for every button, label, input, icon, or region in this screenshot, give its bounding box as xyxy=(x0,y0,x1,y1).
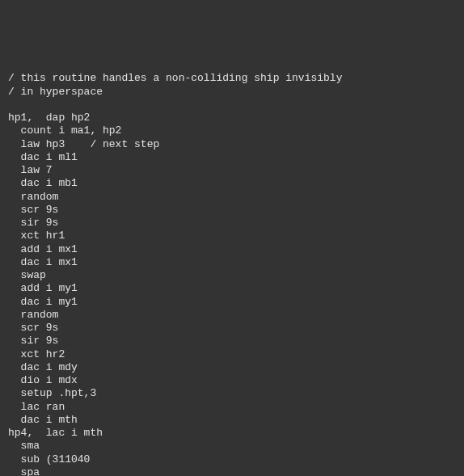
code-line: add i my1 xyxy=(8,282,78,294)
code-line: lac ran xyxy=(8,401,65,413)
code-line: random xyxy=(8,191,58,203)
code-line: dac i ml1 xyxy=(8,151,78,163)
code-line: setup .hpt,3 xyxy=(8,387,96,399)
code-line: sir 9s xyxy=(8,335,58,347)
code-block: / this routine handles a non-colliding s… xyxy=(8,59,456,476)
code-line: sma xyxy=(8,440,40,452)
code-line: dac i mx1 xyxy=(8,256,78,268)
code-line: swap xyxy=(8,269,46,281)
code-line: dac i mdy xyxy=(8,361,78,373)
code-line: xct hr1 xyxy=(8,230,65,242)
code-line: dac i mth xyxy=(8,414,78,426)
code-line: dio i mdx xyxy=(8,374,78,386)
code-line: sir 9s xyxy=(8,217,58,229)
code-line: scr 9s xyxy=(8,322,58,334)
code-line: add i mx1 xyxy=(8,243,78,255)
code-line: / in hyperspace xyxy=(8,86,103,98)
code-line: scr 9s xyxy=(8,204,58,216)
code-line: sub (311040 xyxy=(8,453,90,465)
code-line: law 7 xyxy=(8,164,53,176)
code-line: dac i mb1 xyxy=(8,177,78,189)
code-line: dac i my1 xyxy=(8,296,78,308)
code-line: random xyxy=(8,309,58,321)
code-line: count i ma1, hp2 xyxy=(8,124,121,137)
code-line: hp4, lac i mth xyxy=(8,427,103,439)
code-line: spa xyxy=(8,466,40,476)
code-line: / this routine handles a non-colliding s… xyxy=(8,72,342,84)
code-line: law hp3 / next step xyxy=(8,138,159,150)
code-line: hp1, dap hp2 xyxy=(8,112,90,124)
code-line: xct hr2 xyxy=(8,348,65,360)
